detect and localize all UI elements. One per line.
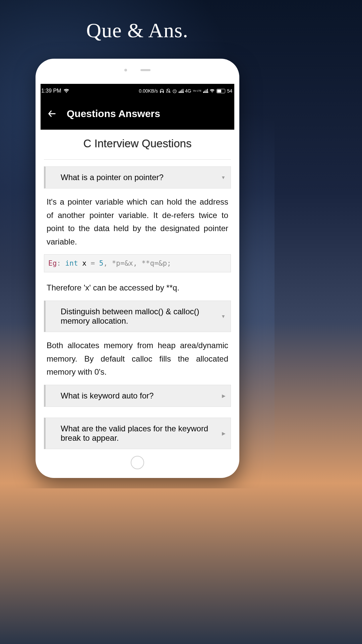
- signal-icon-2: [203, 89, 208, 93]
- q1-answer-1: It's a pointer variable which can hold t…: [44, 193, 231, 254]
- chevron-right-icon: ▶: [222, 393, 226, 398]
- wifi-icon-2: [209, 89, 215, 93]
- q1-answer-2: Therefore 'x' can be accessed by **q.: [44, 278, 231, 301]
- app-bar: Questions Answers: [41, 98, 234, 130]
- battery-icon: [217, 89, 225, 93]
- back-button[interactable]: [47, 109, 57, 118]
- accordion-q2[interactable]: Distinguish between malloc() & calloc() …: [44, 301, 231, 332]
- lte-label: Vo LTE: [193, 90, 202, 92]
- network-label: 4G: [185, 88, 191, 94]
- accordion-q2-label: Distinguish between malloc() & calloc() …: [61, 307, 199, 325]
- status-time: 1:39 PM: [41, 88, 61, 94]
- wifi-icon: [63, 89, 69, 93]
- screen: 1:39 PM 0.00KB/s 4G: [41, 84, 234, 451]
- signal-icon-1: [179, 89, 183, 93]
- accordion-q3-label: What is keyword auto for?: [61, 391, 154, 400]
- chevron-down-icon: ▼: [221, 314, 226, 319]
- alarm-icon: [172, 89, 177, 93]
- phone-frame: 1:39 PM 0.00KB/s 4G: [36, 59, 239, 478]
- status-bar: 1:39 PM 0.00KB/s 4G: [41, 84, 234, 98]
- app-title: Questions Answers: [67, 108, 160, 119]
- accordion-q1-label: What is a pointer on pointer?: [61, 173, 164, 182]
- phone-camera-dot: [124, 69, 127, 71]
- page-title: Que & Ans.: [0, 18, 275, 42]
- accordion-q3[interactable]: What is keyword auto for? ▶: [44, 385, 231, 407]
- headphones-icon: [160, 89, 164, 93]
- section-title: C Interview Questions: [44, 130, 231, 160]
- battery-level: 54: [227, 88, 232, 94]
- q2-answer: Both allocates memory from heap area/dyn…: [44, 336, 231, 385]
- chevron-down-icon: ▼: [221, 175, 226, 180]
- accordion-q4[interactable]: What are the valid places for the keywor…: [44, 418, 231, 449]
- chevron-right-icon: ▶: [222, 431, 226, 436]
- phone-home-button[interactable]: [131, 456, 144, 469]
- phone-speaker-bar: [140, 69, 150, 71]
- status-data-rate: 0.00KB/s: [139, 88, 158, 94]
- content-area[interactable]: C Interview Questions What is a pointer …: [41, 130, 234, 451]
- accordion-q1[interactable]: What is a pointer on pointer? ▼: [44, 166, 231, 189]
- code-block: Eg: int x = 5, *p=&x, **q=&p;: [44, 254, 231, 272]
- dnd-icon: [166, 89, 171, 93]
- accordion-q4-label: What are the valid places for the keywor…: [61, 424, 208, 442]
